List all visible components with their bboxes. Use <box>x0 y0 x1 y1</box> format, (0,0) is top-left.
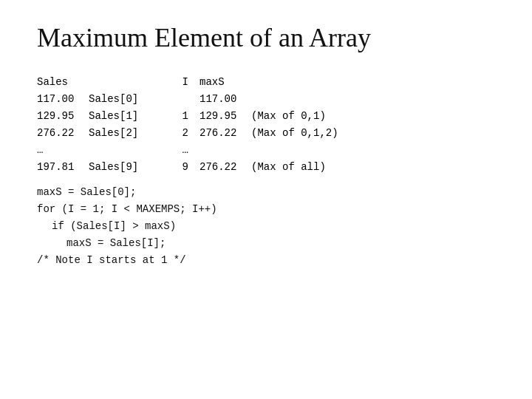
page-title: Maximum Element of an Array <box>37 22 495 53</box>
right-row-2-maxs: 129.95 <box>200 108 251 125</box>
right-header-i: I <box>177 74 200 91</box>
code-line-1: for (I = 1; I < MAXEMPS; I++) <box>37 201 495 218</box>
right-row-3-i: 2 <box>177 125 200 142</box>
code-line-2: if (Sales[I] > maxS) <box>37 218 495 235</box>
left-table: Sales 117.00 Sales[0] 129.95 Sales[1] 27… <box>37 74 155 177</box>
code-block: maxS = Sales[0]; for (I = 1; I < MAXEMPS… <box>37 184 495 269</box>
code-line-3: maxS = Sales[I]; <box>37 235 495 252</box>
right-row-2-note: (Max of 0,1) <box>251 108 369 125</box>
right-row-4-maxs <box>200 142 251 159</box>
right-row-3-note: (Max of 0,1,2) <box>251 125 369 142</box>
right-row-3-maxs: 276.22 <box>200 125 251 142</box>
right-row-1-i <box>177 91 200 108</box>
right-header-note <box>251 74 369 91</box>
code-line-4: /* Note I starts at 1 */ <box>37 252 495 269</box>
code-line-0: maxS = Sales[0]; <box>37 184 495 201</box>
left-row-0-col2 <box>89 74 155 91</box>
right-row-5-i: 9 <box>177 159 200 176</box>
left-row-4-col1: … <box>37 142 89 159</box>
right-header-maxs: maxS <box>200 74 251 91</box>
left-row-1-col2: Sales[0] <box>89 91 155 108</box>
left-row-3-col2: Sales[2] <box>89 125 155 142</box>
right-row-4-note <box>251 142 369 159</box>
right-row-4-i: … <box>177 142 200 159</box>
right-table: I maxS 117.00 1 129.95 (Max of 0,1) 2 27… <box>177 74 369 177</box>
left-row-2-col1: 129.95 <box>37 108 89 125</box>
right-row-1-maxs: 117.00 <box>200 91 251 108</box>
left-row-4-col2 <box>89 142 155 159</box>
left-row-3-col1: 276.22 <box>37 125 89 142</box>
left-row-1-col1: 117.00 <box>37 91 89 108</box>
left-row-5-col1: 197.81 <box>37 159 89 176</box>
right-row-5-note: (Max of all) <box>251 159 369 176</box>
left-row-2-col2: Sales[1] <box>89 108 155 125</box>
left-row-5-col2: Sales[9] <box>89 159 155 176</box>
right-row-5-maxs: 276.22 <box>200 159 251 176</box>
table-wrapper: Sales 117.00 Sales[0] 129.95 Sales[1] 27… <box>37 74 495 177</box>
right-row-1-note <box>251 91 369 108</box>
right-row-2-i: 1 <box>177 108 200 125</box>
left-row-0-col1: Sales <box>37 74 89 91</box>
